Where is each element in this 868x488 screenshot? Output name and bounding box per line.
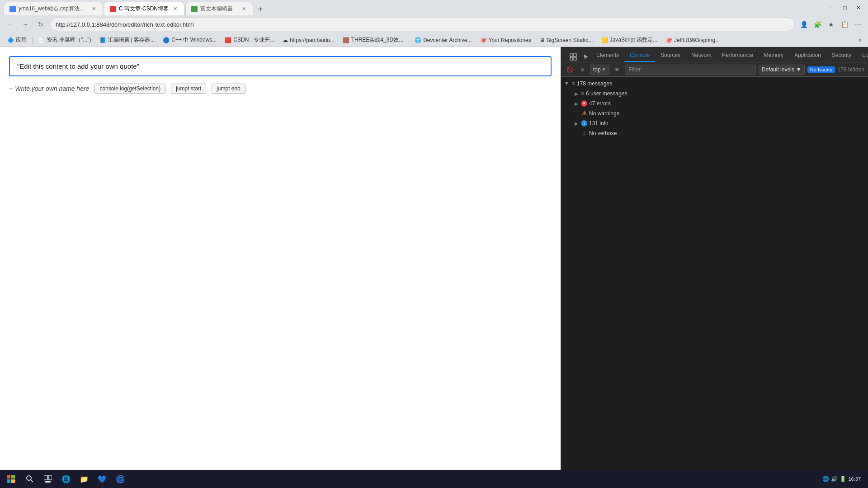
quote-box[interactable]: "Edit this content to add your own quote… [9,56,552,76]
bookmark-8[interactable]: 🐙 Your Repositories [476,35,535,46]
time-display: 16:37 [848,476,861,482]
profile-button[interactable]: 👤 [797,18,810,31]
tab-3[interactable]: 富文本编辑器 ✕ [185,2,253,15]
bookmark-7-label: Devcenter Archive... [423,37,472,43]
bookmark-9[interactable]: 🖥 BigScreen Studio... [536,35,597,46]
svg-rect-5 [7,475,10,479]
back-button[interactable]: ← [4,18,16,31]
devtools-tab-performance[interactable]: Performance [717,49,759,62]
tab-2-favicon [110,6,116,12]
collections-button[interactable]: 📋 [838,18,851,31]
bookmark-4[interactable]: 🟥 CSDN - 专业开... [221,35,278,46]
minimize-button[interactable]: ─ [826,2,837,14]
window-controls: ─ □ ✕ [826,2,864,14]
bookmark-1[interactable]: 📄 资讯-非菜晖（"...") [34,35,95,46]
address-input[interactable]: http://127.0.0.1:8848/demo/editor/rich-t… [50,18,795,31]
devtools-tab-sources[interactable]: Sources [655,49,686,62]
tab-1-close[interactable]: ✕ [90,5,97,13]
expand-user-messages-icon[interactable]: ▶ [574,91,579,96]
tab-2[interactable]: C 写文章-CSDN博客 ✕ [104,2,184,15]
reload-button[interactable]: ↻ [34,18,47,31]
taskbar-chrome[interactable]: 🌀 [112,471,128,487]
tree-row-errors[interactable]: ▶ ✕ 47 errors [561,99,868,108]
favorites-button[interactable]: ★ [825,18,837,31]
extensions-button[interactable]: 🧩 [811,18,824,31]
devtools-tab-lighthouse[interactable]: Lighthouse [857,49,868,62]
devtools-tab-application[interactable]: Application [789,49,826,62]
bookmark-11[interactable]: 🐙 JeffLi1993/spring... [662,35,723,46]
tree-row-warnings[interactable]: ▶ ⚠ No warnings [561,108,868,118]
taskbar-search[interactable] [22,471,38,487]
bookmark-6[interactable]: 🟫 THREE实战4_3D效... [339,35,407,46]
svg-line-10 [31,480,33,482]
tree-row-info[interactable]: ▶ i 131 info [561,118,868,128]
jumpt-end-button[interactable]: jumpt end [212,84,245,94]
log-levels-dropdown[interactable]: Default levels ▼ [759,65,805,75]
taskbar-items: 🌐 📁 💙 🌀 [18,471,822,487]
bookmarks-more[interactable]: » [856,36,864,44]
preserve-log-button[interactable]: ⊙ [577,65,587,75]
svg-rect-1 [574,54,576,56]
devtools-tab-elements[interactable]: Elements [591,49,624,62]
expand-messages-icon[interactable]: ▶ [565,81,570,86]
devtools-toolbar: 🚫 ⊙ top ▼ 👁 Default levels ▼ No Issues 1… [561,62,868,77]
svg-rect-0 [570,54,573,56]
clear-console-button[interactable]: 🚫 [565,65,575,75]
svg-marker-4 [584,54,588,60]
taskbar-explorer[interactable]: 📁 [76,471,92,487]
forward-button[interactable]: → [19,18,32,31]
bookmark-10[interactable]: 🟨 JavaScript 函数定... [598,35,661,46]
tree-row-user-messages[interactable]: ▶ ≡ 6 user messages [561,89,868,99]
tab-1-favicon [9,6,16,12]
devtools-tree: ▶ ≡ 178 messages ▶ ≡ 6 user messages ▶ ✕ [561,77,868,140]
bookmark-2[interactable]: 📘 汇编语言 | 客存器... [96,35,159,46]
expand-errors-icon[interactable]: ▶ [574,101,579,106]
hidden-count: 178 hidden [838,66,864,73]
tab-2-close[interactable]: ✕ [171,5,179,13]
console-filter-input[interactable] [625,65,756,75]
tree-row-messages[interactable]: ▶ ≡ 178 messages [561,79,868,89]
svg-rect-11 [44,475,47,480]
jumpt-start-button[interactable]: jumpt start [171,84,206,94]
taskbar-edge[interactable]: 🌐 [58,471,74,487]
bookmark-3[interactable]: 🔵 C++ 中 Windows... [159,35,220,46]
tab-1-title: yma16_web站点.csp算法题目.c... [19,5,87,13]
issues-button[interactable]: No Issues [807,66,835,73]
new-tab-button[interactable]: + [254,3,267,15]
eye-icon[interactable]: 👁 [612,65,622,75]
bookmark-1-favicon: 📄 [38,37,45,43]
devtools-tab-network[interactable]: Network [686,49,717,62]
more-button[interactable]: ⋯ [852,18,864,31]
bookmark-5[interactable]: ☁ https://pan.baidu... [279,35,338,46]
tab-3-close[interactable]: ✕ [240,5,247,13]
close-button[interactable]: ✕ [853,2,864,14]
svg-point-9 [27,476,31,480]
devtools-tab-security[interactable]: Security [826,49,857,62]
verbose-count: No verbose [589,130,617,136]
devtools-tab-memory[interactable]: Memory [759,49,789,62]
tree-row-verbose[interactable]: ▶ ○ No verbose [561,128,868,138]
context-dropdown-icon: ▼ [602,67,606,72]
devtools-inspect-icon[interactable] [568,52,578,62]
maximize-button[interactable]: □ [839,2,851,14]
taskbar-vscode[interactable]: 💙 [94,471,110,487]
context-selector[interactable]: top ▼ [590,65,609,75]
devtools-cursor-icon[interactable] [581,52,591,62]
svg-rect-7 [7,479,10,483]
browser-window: yma16_web站点.csp算法题目.c... ✕ C 写文章-CSDN博客 … [0,0,868,488]
console-log-button[interactable]: console.log(getSelection) [94,84,165,94]
bookmark-7[interactable]: 🌐 Devcenter Archive... [411,35,475,46]
tab-1[interactable]: yma16_web站点.csp算法题目.c... ✕ [4,2,103,15]
taskbar-taskview[interactable] [40,471,56,487]
expand-info-icon[interactable]: ▶ [574,121,579,126]
start-button[interactable] [4,472,18,486]
bookmark-5-label: https://pan.baidu... [290,37,335,43]
bookmark-apps[interactable]: 🔷 应用 [4,35,30,46]
clock-time: 16:37 [848,476,861,482]
devtools-icon-group [568,52,591,62]
devtools-tab-console[interactable]: Console [624,49,655,62]
bookmark-8-label: Your Repositories [489,37,531,43]
webpage: "Edit this content to add your own quote… [0,47,561,470]
author-line: -- Write your own name here console.log(… [9,84,552,94]
tray-volume-icon: 🔊 [831,476,838,482]
